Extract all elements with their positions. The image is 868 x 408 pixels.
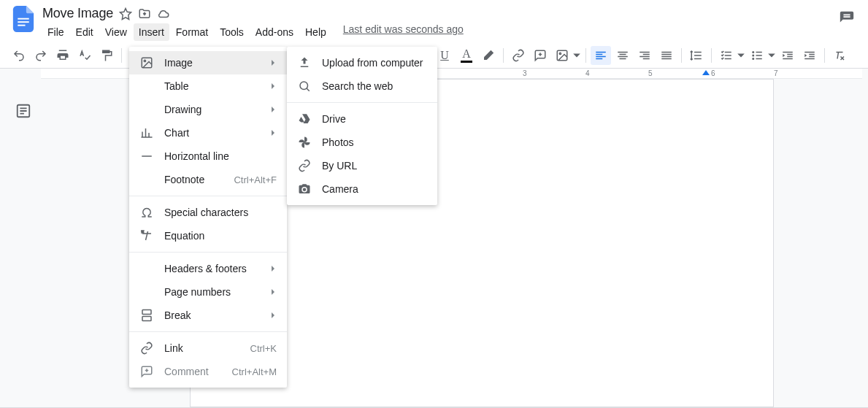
menu-shortcut: Ctrl+Alt+F <box>234 174 277 185</box>
menu-label: Horizontal line <box>164 150 277 162</box>
checklist-caret-icon[interactable] <box>737 46 745 65</box>
menubar: File Edit View Insert Format Tools Add-o… <box>42 23 834 41</box>
menu-label: Page numbers <box>164 286 259 298</box>
image-search-web-item[interactable]: Search the web <box>287 74 437 98</box>
insert-headers-footers-item[interactable]: Headers & footers <box>129 257 287 280</box>
menu-label: Break <box>164 309 259 321</box>
spellcheck-button[interactable] <box>74 46 95 65</box>
menu-label: Headers & footers <box>164 263 259 274</box>
menu-view[interactable]: View <box>100 23 132 41</box>
submenu-arrow-icon <box>269 263 277 274</box>
menu-format[interactable]: Format <box>171 23 213 41</box>
insert-break-item[interactable]: Break <box>129 304 287 327</box>
insert-table-item[interactable]: Table <box>129 74 287 98</box>
submenu-arrow-icon <box>269 57 277 69</box>
drive-icon <box>297 112 312 126</box>
svg-point-7 <box>752 58 754 60</box>
menu-tools[interactable]: Tools <box>215 23 249 41</box>
insert-chart-item[interactable]: Chart <box>129 121 287 145</box>
insert-equation-item[interactable]: π Equation <box>129 224 287 247</box>
insert-horizontal-line-item[interactable]: Horizontal line <box>129 145 287 168</box>
insert-image-item[interactable]: Image <box>129 51 287 74</box>
menu-divider <box>129 331 287 332</box>
menu-shortcut: Ctrl+K <box>250 343 277 354</box>
toolbar-separator <box>503 48 504 63</box>
increase-indent-button[interactable] <box>799 46 820 65</box>
menu-label: Special characters <box>164 207 277 218</box>
insert-special-characters-item[interactable]: Special characters <box>129 201 287 224</box>
insert-link-button[interactable] <box>508 46 529 65</box>
open-comments-button[interactable] <box>834 6 859 31</box>
omega-icon <box>139 206 154 219</box>
menu-label: Drive <box>322 113 427 125</box>
menu-label: By URL <box>322 160 427 172</box>
add-comment-button[interactable] <box>530 46 550 65</box>
menu-insert[interactable]: Insert <box>134 23 169 41</box>
camera-icon <box>297 182 312 196</box>
ruler-tick: 4 <box>585 69 590 77</box>
menu-label: Photos <box>322 136 427 148</box>
checklist-button[interactable] <box>716 46 737 65</box>
last-edit-link[interactable]: Last edit was seconds ago <box>343 23 464 41</box>
menu-divider <box>129 196 287 196</box>
insert-drawing-item[interactable]: Drawing <box>129 98 287 121</box>
search-icon <box>297 80 312 93</box>
svg-point-6 <box>752 55 754 57</box>
image-by-url-item[interactable]: By URL <box>287 154 437 177</box>
insert-page-numbers-item[interactable]: Page numbers <box>129 280 287 304</box>
menu-file[interactable]: File <box>42 23 69 41</box>
menu-label: Chart <box>164 127 259 139</box>
image-icon <box>139 56 154 69</box>
menu-label: Upload from computer <box>322 57 427 69</box>
line-spacing-button[interactable] <box>686 46 707 65</box>
print-button[interactable] <box>53 46 73 65</box>
menu-label: Camera <box>322 183 427 195</box>
bulleted-list-caret-icon[interactable] <box>767 46 776 65</box>
submenu-arrow-icon <box>269 286 277 298</box>
horizontal-line-icon <box>139 150 154 163</box>
svg-rect-2 <box>18 25 25 26</box>
highlight-color-button[interactable] <box>478 46 499 65</box>
toolbar-separator <box>585 48 586 63</box>
menu-edit[interactable]: Edit <box>71 23 99 41</box>
insert-link-item[interactable]: Link Ctrl+K <box>129 336 287 360</box>
menu-divider <box>129 252 287 253</box>
insert-comment-item: Comment Ctrl+Alt+M <box>129 360 287 383</box>
menu-help[interactable]: Help <box>300 23 331 41</box>
bulleted-list-button[interactable] <box>747 46 767 65</box>
document-outline-button[interactable] <box>10 98 37 124</box>
clear-formatting-button[interactable] <box>829 46 850 65</box>
align-left-button[interactable] <box>591 46 611 65</box>
right-margin-marker-icon[interactable] <box>702 70 710 79</box>
decrease-indent-button[interactable] <box>777 46 798 65</box>
document-title[interactable]: Move Image <box>42 6 113 21</box>
align-right-button[interactable] <box>634 46 655 65</box>
menu-shortcut: Ctrl+Alt+M <box>232 366 277 377</box>
insert-image-button[interactable] <box>552 46 572 65</box>
align-center-button[interactable] <box>612 46 633 65</box>
star-icon[interactable] <box>119 7 132 20</box>
cloud-status-icon[interactable] <box>157 7 170 20</box>
text-color-button[interactable]: A <box>456 46 477 65</box>
image-drive-item[interactable]: Drive <box>287 107 437 131</box>
undo-button[interactable] <box>9 46 29 65</box>
image-upload-item[interactable]: Upload from computer <box>287 51 437 74</box>
insert-footnote-item[interactable]: Footnote Ctrl+Alt+F <box>129 168 287 191</box>
move-to-folder-icon[interactable] <box>138 7 151 20</box>
equation-icon: π <box>139 229 154 242</box>
menu-addons[interactable]: Add-ons <box>250 23 299 41</box>
image-photos-item[interactable]: Photos <box>287 131 437 154</box>
insert-image-caret-icon[interactable] <box>572 46 581 65</box>
menu-label: Footnote <box>164 174 223 185</box>
redo-button[interactable] <box>31 46 51 65</box>
docs-logo-icon[interactable] <box>9 4 38 34</box>
toolbar-separator <box>121 48 122 63</box>
underline-button[interactable]: U <box>434 46 455 65</box>
ruler-tick: 7 <box>774 69 778 77</box>
svg-point-4 <box>559 53 561 54</box>
image-camera-item[interactable]: Camera <box>287 177 437 201</box>
paint-format-button[interactable] <box>96 46 117 65</box>
align-justify-button[interactable] <box>656 46 677 65</box>
link-icon <box>297 159 312 172</box>
ruler-tick: 3 <box>523 69 527 77</box>
